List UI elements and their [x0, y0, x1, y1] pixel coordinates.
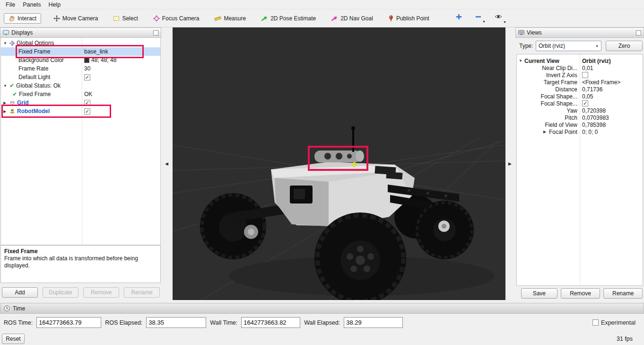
tree-row-global-options[interactable]: ▼ Global Options [1, 39, 160, 47]
view-row-current-view[interactable]: ▼ Current View Orbit (rviz) [517, 57, 643, 64]
experimental-checkbox[interactable] [592, 319, 599, 326]
view-row-pitch[interactable]: Pitch 0,0703983 [517, 114, 643, 121]
wall-time-input[interactable] [241, 317, 300, 328]
robot-model-enabled-checkbox[interactable]: ✓ [84, 108, 90, 115]
add-tool-button[interactable] [455, 12, 463, 24]
displays-buttons: Add Duplicate Remove Rename [2, 287, 160, 298]
green-arrow-icon [261, 15, 268, 22]
expander-open-icon[interactable]: ▼ [519, 59, 523, 63]
tree-row-background-color[interactable]: Background Color 48; 48; 48 [1, 56, 160, 64]
duplicate-display-button[interactable]: Duplicate [43, 287, 78, 298]
menu-panels[interactable]: Panels [19, 0, 44, 9]
rename-display-button[interactable]: Rename [124, 287, 160, 298]
view-row-yaw[interactable]: Yaw 0,720398 [517, 107, 643, 114]
view-row-focal-shape-fixed[interactable]: Focal Shape... ✓ [517, 100, 643, 107]
wall-elapsed-input[interactable] [344, 317, 403, 328]
displays-panel-header[interactable]: Displays [0, 27, 161, 38]
near-clip-value[interactable]: 0,01 [580, 65, 643, 71]
view-type-combobox[interactable]: Orbit (rviz) ▼ [536, 41, 601, 51]
time-bottom-row: Reset 31 fps [2, 333, 633, 344]
view-row-focal-shape-size[interactable]: Focal Shape... 0,05 [517, 93, 643, 100]
tree-row-default-light[interactable]: Default Light ✓ [1, 73, 160, 81]
ros-elapsed-input[interactable] [146, 317, 206, 328]
expander-open-icon[interactable]: ▼ [3, 84, 8, 88]
focal-shape-size-value[interactable]: 0,05 [580, 93, 643, 100]
view-row-invert-z[interactable]: Invert Z Axis [517, 71, 643, 79]
tree-row-global-status[interactable]: ▼ ✔ Global Status: Ok [1, 81, 160, 90]
menu-file[interactable]: File [2, 0, 19, 9]
render-viewport[interactable] [173, 27, 505, 300]
default-light-checkbox[interactable]: ✓ [84, 74, 90, 80]
time-panel-title: Time [13, 305, 25, 312]
view-row-focal-point[interactable]: ▶ Focal Point 0; 0; 0 [517, 128, 643, 135]
tree-row-robot-model[interactable]: ▶ RobotModel ✓ [1, 107, 160, 115]
expander-collapsed-icon[interactable]: ▶ [543, 130, 548, 134]
select-tool-button[interactable]: Select [110, 13, 140, 24]
move-camera-tool-button[interactable]: Move Camera [51, 13, 101, 24]
frame-rate-value[interactable]: 30 [82, 65, 160, 72]
view-row-target-frame[interactable]: Target Frame <Fixed Frame> [517, 79, 643, 86]
background-color-value[interactable]: 48; 48; 48 [82, 57, 160, 63]
views-panel-title: Views [527, 29, 542, 36]
focal-point-value[interactable]: 0; 0; 0 [580, 129, 643, 135]
experimental-label: Experimental [601, 319, 635, 326]
measure-tool-button[interactable]: Measure [211, 13, 249, 24]
interact-tool-button[interactable]: Interact [4, 13, 41, 24]
tree-row-frame-rate[interactable]: Frame Rate 30 [1, 64, 160, 73]
view-row-field-of-view[interactable]: Field of View 0,785398 [517, 121, 643, 128]
clock-icon [4, 305, 10, 311]
collapse-left-arrow[interactable]: ◀ [165, 161, 168, 166]
remove-view-button[interactable]: Remove [561, 288, 600, 299]
fixed-frame-value[interactable]: base_link [82, 48, 160, 55]
time-panel-header[interactable]: Time [0, 303, 644, 314]
expander-collapsed-icon[interactable]: ▶ [3, 109, 8, 114]
save-view-button[interactable]: Save [521, 288, 557, 299]
tree-label: Fixed Frame [18, 48, 50, 55]
grid-enabled-checkbox[interactable]: ✓ [84, 100, 90, 106]
tree-label: Global Status: Ok [16, 82, 61, 89]
panel-float-button[interactable] [636, 30, 641, 35]
reset-button[interactable]: Reset [2, 334, 25, 344]
views-panel: Views Type: Orbit (rviz) ▼ Zero ▼ Curren… [515, 27, 644, 303]
pose-estimate-tool-button[interactable]: 2D Pose Estimate [258, 13, 319, 24]
expander-collapsed-icon[interactable]: ▶ [3, 101, 8, 105]
field-of-view-value[interactable]: 0,785398 [580, 122, 643, 128]
target-frame-value[interactable]: <Fixed Frame> [580, 79, 643, 86]
view-type-value: Orbit (rviz) [539, 43, 565, 49]
yaw-value[interactable]: 0,720398 [580, 107, 643, 114]
view-label: Focal Point [549, 129, 577, 135]
rename-view-button[interactable]: Rename [603, 288, 643, 299]
tree-row-fixed-frame-status[interactable]: ✔ Fixed Frame OK [1, 90, 160, 98]
collapse-right-arrow[interactable]: ▶ [508, 161, 512, 166]
view-row-distance[interactable]: Distance 0,71736 [517, 86, 643, 93]
combo-caret-icon: ▼ [595, 44, 599, 48]
invert-z-checkbox[interactable] [582, 72, 588, 78]
focal-shape-fixed-checkbox[interactable]: ✓ [582, 100, 588, 106]
pitch-value[interactable]: 0,0703983 [580, 115, 643, 121]
help-text: Frame into which all data is transformed… [4, 255, 157, 269]
tree-row-grid[interactable]: ▶ Grid ✓ [1, 98, 160, 107]
time-panel: Time ROS Time: ROS Elapsed: Wall Time: W… [0, 303, 644, 345]
tree-label: Background Color [18, 57, 64, 63]
views-panel-header[interactable]: Views [515, 27, 644, 38]
visibility-tool-button[interactable]: ▼ [494, 12, 503, 24]
status-ok-icon: ✔ [12, 91, 17, 97]
left-splitter[interactable]: ◀ [161, 27, 173, 303]
ros-time-input[interactable] [36, 317, 101, 328]
panel-float-button[interactable] [153, 30, 158, 35]
view-label: Focal Shape... [541, 100, 577, 107]
zero-button[interactable]: Zero [606, 41, 643, 51]
expander-open-icon[interactable]: ▼ [3, 41, 8, 45]
nav-goal-tool-button[interactable]: 2D Nav Goal [328, 13, 376, 24]
publish-point-tool-button[interactable]: Publish Point [385, 13, 432, 24]
remove-display-button[interactable]: Remove [83, 287, 119, 298]
add-display-button[interactable]: Add [2, 287, 38, 298]
distance-value[interactable]: 0,71736 [580, 86, 643, 93]
focus-camera-tool-button[interactable]: Focus Camera [150, 13, 202, 24]
remove-tool-button[interactable]: ▼ [474, 12, 482, 23]
tree-row-fixed-frame[interactable]: Fixed Frame base_link [1, 47, 160, 56]
menu-help[interactable]: Help [44, 0, 64, 9]
view-row-near-clip[interactable]: Near Clip Di... 0,01 [517, 64, 643, 71]
color-value-text: 48; 48; 48 [91, 57, 116, 63]
right-splitter[interactable]: ▶ [505, 27, 515, 303]
